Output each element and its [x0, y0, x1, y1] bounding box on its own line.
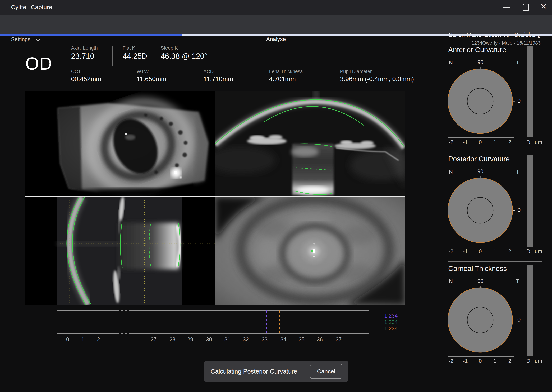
- toolbar: Analyse Settings Baron Munchausen von Dr…: [0, 15, 552, 34]
- close-icon[interactable]: ✕: [540, 2, 547, 10]
- ruler-line: [131, 333, 369, 334]
- nasal-label: N: [449, 169, 453, 175]
- scale-tick: -2: [445, 248, 457, 255]
- status-message: Calculating Posterior Curvature: [211, 368, 297, 375]
- maximize-icon[interactable]: [523, 4, 529, 11]
- patient-meta: 1234Qwerty · Male · 16/11/1983: [472, 40, 541, 46]
- status-dialog: Calculating Posterior Curvature Cancel: [204, 361, 348, 382]
- ruler-tick: 0: [60, 336, 75, 343]
- progress-bar: [0, 34, 552, 35]
- cancel-button[interactable]: Cancel: [310, 364, 342, 379]
- ruler-legend-value: 1.234: [384, 319, 398, 325]
- measure-value: 23.710: [71, 52, 94, 60]
- ruler-tick: 2: [91, 336, 106, 343]
- ruler-tick: 33: [257, 336, 272, 343]
- scale-tick: -2: [445, 139, 457, 145]
- scan-bscan-vertical[interactable]: [25, 197, 215, 305]
- scan-bscan-horizontal[interactable]: [215, 91, 405, 196]
- scale-axis: [448, 247, 514, 247]
- nasal-label: N: [449, 60, 453, 66]
- scan-grid: [25, 91, 405, 305]
- measure-value: 11.710mm: [203, 76, 233, 83]
- app-title: Cylite Capture: [11, 4, 52, 11]
- scan-grid-divider-horizontal: [25, 196, 405, 197]
- ruler-legend-value: 1.234: [384, 313, 398, 319]
- scan-enface-iris[interactable]: [215, 197, 405, 305]
- measure-label: WTW: [137, 69, 149, 74]
- ruler-tick: 34: [276, 336, 291, 343]
- measure-value: 44.25D: [123, 52, 147, 60]
- scale-tick: 2: [504, 358, 516, 364]
- colorbar: [527, 46, 533, 137]
- unit-label-d[interactable]: D: [526, 248, 530, 255]
- ruler-line: [57, 310, 117, 311]
- temporal-label: T: [516, 278, 519, 285]
- ruler-legend-value: 1.234: [384, 325, 398, 332]
- ruler-tick: 27: [146, 336, 161, 343]
- measure-divider: [112, 46, 113, 66]
- scale-axis: [448, 137, 514, 138]
- ruler-tick: 30: [201, 336, 217, 343]
- scale-tick: 0: [474, 139, 486, 145]
- scale-tick: -1: [459, 358, 472, 364]
- ruler-tick: 1: [75, 336, 91, 343]
- scale-tick: -1: [459, 139, 472, 145]
- ruler-marker[interactable]: [279, 310, 280, 333]
- measure-label: Flat K: [123, 45, 135, 51]
- measure-label: ACD: [203, 69, 214, 74]
- scale-tick: -2: [445, 358, 457, 364]
- measure-label: Axial Length: [71, 45, 98, 51]
- colorbar: [527, 265, 533, 356]
- panel-title: Corneal Thickness: [448, 265, 507, 273]
- scan-3d-volume[interactable]: [25, 91, 215, 196]
- unit-label-um[interactable]: um: [535, 248, 542, 255]
- panel-posterior-curvature: Posterior Curvature N 90 T 0 -2 -1 0 1 2…: [448, 155, 543, 262]
- panel-title: Anterior Curvature: [448, 46, 506, 54]
- zero-label: 0: [517, 98, 521, 104]
- unit-label-um[interactable]: um: [535, 358, 542, 364]
- angle-label: 90: [475, 168, 486, 175]
- temporal-label: T: [516, 169, 519, 175]
- zero-label: 0: [517, 316, 521, 323]
- ruler-line-break: [117, 333, 131, 334]
- measure-label: Pupil Diameter: [340, 69, 372, 74]
- polar-map: [445, 285, 521, 358]
- unit-label-um[interactable]: um: [535, 139, 542, 145]
- measure-label: Steep K: [161, 45, 178, 51]
- panel-separator: [448, 261, 542, 262]
- scale-tick: 1: [489, 358, 501, 364]
- minimize-icon[interactable]: [502, 7, 510, 8]
- panel-separator: [448, 152, 542, 153]
- scan-grid-divider-vertical: [215, 91, 216, 305]
- app-window: Cylite Capture ✕ Analyse Settings Baron …: [0, 0, 552, 392]
- scale-tick: 0: [474, 248, 486, 255]
- ruler-tick: 29: [182, 336, 198, 343]
- ruler-marker[interactable]: [267, 310, 267, 333]
- panel-title: Posterior Curvature: [448, 155, 510, 163]
- ruler-line: [57, 333, 117, 334]
- scale-tick: 0: [474, 358, 486, 364]
- scale-tick: 1: [489, 248, 501, 255]
- measure-value: 46.38 @ 120°: [161, 52, 207, 60]
- eye-label: OD: [25, 54, 52, 74]
- ruler-legend: 1.2341.2341.234: [384, 313, 398, 332]
- ruler-tick: 36: [312, 336, 327, 343]
- unit-label-d[interactable]: D: [526, 358, 530, 364]
- scale-tick: 1: [489, 139, 501, 145]
- ruler-marker[interactable]: [273, 310, 273, 333]
- ruler-tick: 37: [331, 336, 346, 343]
- scan-edge-line: [25, 197, 25, 269]
- panel-anterior-curvature: Anterior Curvature N 90 T 0 -2 -1 0 1 2 …: [448, 46, 543, 153]
- ruler-tick: 31: [220, 336, 235, 343]
- nasal-label: N: [449, 278, 453, 285]
- scale-axis: [448, 356, 514, 357]
- progress-fill: [0, 34, 182, 35]
- angle-label: 90: [475, 278, 486, 284]
- measure-value: 3.96mm (-0.4mm, 0.0mm): [340, 76, 414, 83]
- measure-label: CCT: [71, 69, 81, 74]
- polar-map: [445, 66, 521, 139]
- ruler-tick: 28: [165, 336, 180, 343]
- unit-label-d[interactable]: D: [526, 139, 530, 145]
- polar-map: [445, 176, 521, 248]
- settings-menu[interactable]: Settings: [11, 36, 30, 42]
